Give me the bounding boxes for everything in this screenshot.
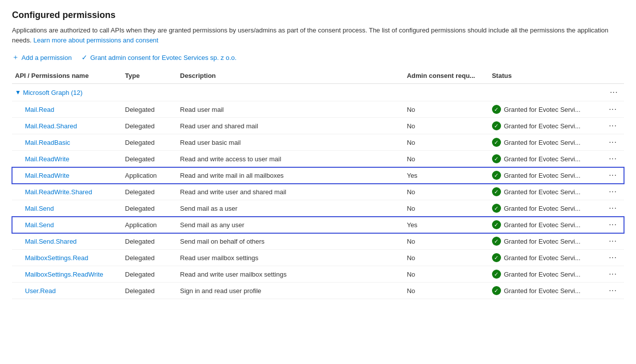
row-more-button[interactable]: ··· [607,138,619,147]
permission-type: Delegated [122,200,177,217]
admin-consent-value: No [404,118,489,134]
permission-description: Read user mailbox settings [177,250,404,266]
permission-name[interactable]: Mail.Send [15,221,54,229]
row-more-button[interactable]: ··· [607,121,619,130]
permission-description: Send mail as any user [177,217,404,233]
admin-consent-value: No [404,233,489,250]
admin-consent-value: No [404,200,489,217]
table-row: Mail.Read Delegated Read user mail No ✓ … [12,101,624,118]
table-row: MailboxSettings.ReadWrite Delegated Read… [12,266,624,283]
permission-type: Delegated [122,266,177,283]
permission-name[interactable]: MailboxSettings.Read [15,254,88,262]
permission-status: ✓ Granted for Evotec Servi... [489,250,604,266]
permission-status: ✓ Granted for Evotec Servi... [489,118,604,134]
plus-icon: ＋ [12,53,19,62]
granted-icon: ✓ [492,121,501,130]
permission-type: Delegated [122,118,177,134]
permission-name[interactable]: Mail.ReadBasic [15,139,70,146]
permission-name[interactable]: Mail.Read [15,106,54,113]
permissions-table: API / Permissions name Type Description … [12,68,624,299]
permission-description: Send mail on behalf of others [177,233,404,250]
table-row: Mail.Send Application Send mail as any u… [12,217,624,233]
row-more-button[interactable]: ··· [607,253,619,262]
row-more-button[interactable]: ··· [607,286,619,295]
table-row: Mail.ReadWrite Application Read and writ… [12,167,624,184]
permission-name[interactable]: MailboxSettings.ReadWrite [15,271,104,278]
group-name[interactable]: Microsoft Graph (12) [23,89,82,96]
chevron-down-icon: ▼ [15,89,21,96]
permission-name[interactable]: User.Read [15,287,56,295]
permission-type: Delegated [122,250,177,266]
permission-name[interactable]: Mail.ReadWrite.Shared [15,188,92,196]
col-header-api: API / Permissions name [12,68,122,84]
table-row: Mail.ReadBasic Delegated Read user basic… [12,134,624,151]
admin-consent-value: No [404,283,489,299]
admin-consent-value: No [404,250,489,266]
row-more-button[interactable]: ··· [607,220,619,229]
row-more-button[interactable]: ··· [607,187,619,196]
admin-consent-value: No [404,266,489,283]
table-row: MailboxSettings.Read Delegated Read user… [12,250,624,266]
table-body: ▼ Microsoft Graph (12) ··· Mail.Read Del… [12,84,624,299]
permission-description: Read user and shared mail [177,118,404,134]
row-more-button[interactable]: ··· [607,237,619,246]
permission-status: ✓ Granted for Evotec Servi... [489,266,604,283]
page-description: Applications are authorized to call APIs… [12,25,624,45]
permission-description: Send mail as a user [177,200,404,217]
admin-consent-value: Yes [404,217,489,233]
permission-type: Delegated [122,233,177,250]
permission-name[interactable]: Mail.Send.Shared [15,238,76,245]
api-group-row: ▼ Microsoft Graph (12) ··· [12,84,624,101]
toolbar: ＋ Add a permission ✓ Grant admin consent… [12,53,624,62]
admin-consent-value: No [404,151,489,167]
admin-consent-value: No [404,184,489,200]
permission-name[interactable]: Mail.Send [15,205,54,212]
grant-consent-button[interactable]: ✓ Grant admin consent for Evotec Service… [82,53,236,61]
permission-status: ✓ Granted for Evotec Servi... [489,184,604,200]
admin-consent-value: No [404,101,489,118]
permission-name[interactable]: Mail.ReadWrite [15,172,70,179]
admin-consent-value: No [404,134,489,151]
permission-description: Read user basic mail [177,134,404,151]
permission-type: Delegated [122,134,177,151]
permission-status: ✓ Granted for Evotec Servi... [489,134,604,151]
permission-type: Application [122,217,177,233]
learn-more-link[interactable]: Learn more about permissions and consent [34,36,158,44]
permission-status: ✓ Granted for Evotec Servi... [489,151,604,167]
check-icon: ✓ [82,53,88,61]
table-row: Mail.Send Delegated Send mail as a user … [12,200,624,217]
col-header-type: Type [122,68,177,84]
granted-icon: ✓ [492,286,501,295]
permission-status: ✓ Granted for Evotec Servi... [489,283,604,299]
granted-icon: ✓ [492,171,501,180]
add-permission-button[interactable]: ＋ Add a permission [12,53,72,62]
table-row: User.Read Delegated Sign in and read use… [12,283,624,299]
permission-name[interactable]: Mail.ReadWrite [15,155,70,163]
granted-icon: ✓ [492,204,501,213]
permission-type: Delegated [122,101,177,118]
permission-status: ✓ Granted for Evotec Servi... [489,167,604,184]
permission-status: ✓ Granted for Evotec Servi... [489,200,604,217]
row-more-button[interactable]: ··· [607,270,619,279]
permission-type: Delegated [122,283,177,299]
table-row: Mail.Read.Shared Delegated Read user and… [12,118,624,134]
col-header-status: Status [489,68,604,84]
admin-consent-value: Yes [404,167,489,184]
granted-icon: ✓ [492,138,501,147]
permission-description: Read and write user and shared mail [177,184,404,200]
table-header-row: API / Permissions name Type Description … [12,68,624,84]
permission-name[interactable]: Mail.Read.Shared [15,122,77,130]
row-more-button[interactable]: ··· [607,171,619,180]
table-row: Mail.ReadWrite Delegated Read and write … [12,151,624,167]
group-more-button[interactable]: ··· [608,88,620,97]
permission-type: Delegated [122,151,177,167]
row-more-button[interactable]: ··· [607,204,619,213]
row-more-button[interactable]: ··· [607,105,619,114]
group-toggle[interactable]: ▼ Microsoft Graph (12) [15,89,601,96]
permission-type: Delegated [122,184,177,200]
row-more-button[interactable]: ··· [607,154,619,163]
page-title: Configured permissions [12,10,624,20]
granted-icon: ✓ [492,253,501,262]
granted-icon: ✓ [492,237,501,246]
granted-icon: ✓ [492,187,501,196]
